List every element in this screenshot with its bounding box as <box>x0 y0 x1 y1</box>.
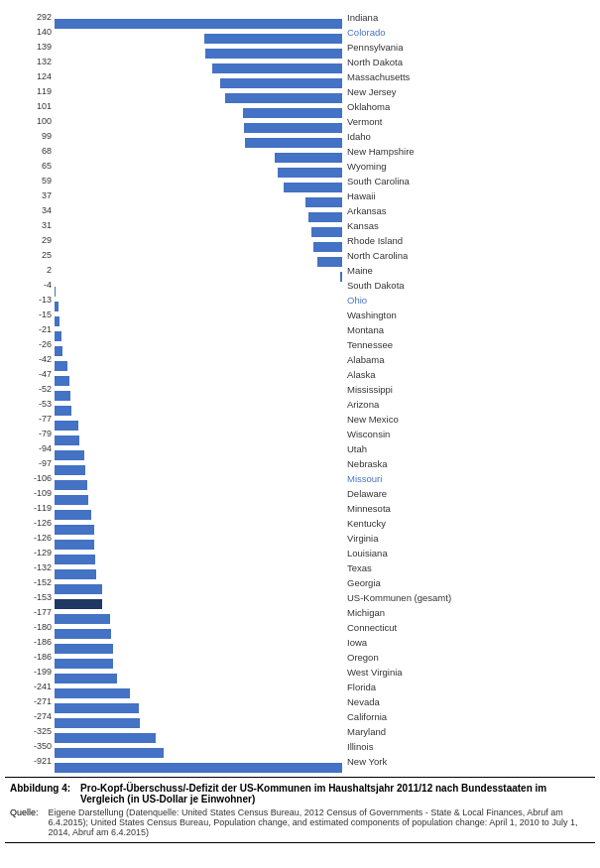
bar-value-label: 65 <box>5 161 55 171</box>
chart-area: 292Indiana140Colorado139Pennsylvania132N… <box>5 10 595 769</box>
state-label: Florida <box>342 682 376 692</box>
state-label: Maine <box>342 265 373 276</box>
table-row: -13Ohio <box>5 293 595 307</box>
bar-value-label: -153 <box>5 592 55 602</box>
state-label: Indiana <box>342 12 378 23</box>
state-label: Arkansas <box>342 205 387 216</box>
table-row: -350Illinois <box>5 739 595 753</box>
bar-value-label: 100 <box>5 116 55 126</box>
table-row: 139Pennsylvania <box>5 40 595 54</box>
table-row: -21Montana <box>5 322 595 336</box>
bar-value-label: -13 <box>5 295 55 305</box>
bar-value-label: -106 <box>5 473 55 483</box>
state-label: Alabama <box>342 354 385 365</box>
state-label: Colorado <box>342 27 386 38</box>
state-label: Illinois <box>342 741 373 752</box>
table-row: -26Tennessee <box>5 337 595 351</box>
state-label: Delaware <box>342 488 387 499</box>
table-row: 34Arkansas <box>5 203 595 217</box>
figure-description: Pro-Kopf-Überschuss/-Defizit der US-Komm… <box>80 783 590 805</box>
state-label: New Mexico <box>342 414 399 425</box>
bar-value-label: 34 <box>5 205 55 215</box>
state-label: Wyoming <box>342 161 387 172</box>
table-row: 101Oklahoma <box>5 99 595 113</box>
state-label: Oregon <box>342 652 379 663</box>
bar-value-label: 2 <box>5 265 55 275</box>
bar-value-label: 29 <box>5 235 55 245</box>
table-row: 25North Carolina <box>5 248 595 262</box>
table-row: 37Hawaii <box>5 188 595 202</box>
table-row: -15Washington <box>5 308 595 321</box>
state-label: California <box>342 711 387 722</box>
bar-value-label: -186 <box>5 652 55 662</box>
table-row: -186Oregon <box>5 650 595 664</box>
table-row: -97Nebraska <box>5 456 595 470</box>
bar-value-label: -177 <box>5 607 55 617</box>
table-row: -325Maryland <box>5 724 595 738</box>
bar-value-label: -47 <box>5 369 55 379</box>
state-label: Mississippi <box>342 384 393 395</box>
bar-value-label: -26 <box>5 339 55 349</box>
table-row: -153US-Kommunen (gesamt) <box>5 590 595 604</box>
figure-label: Abbildung 4: <box>10 783 70 805</box>
state-label: Missouri <box>342 473 382 484</box>
bar-value-label: 101 <box>5 101 55 111</box>
state-label: Pennsylvania <box>342 42 404 53</box>
bar-value-label: -126 <box>5 518 55 528</box>
bar-value-label: 31 <box>5 220 55 230</box>
state-label: Virginia <box>342 533 379 544</box>
state-label: Idaho <box>342 131 371 142</box>
bar-value-label: -97 <box>5 458 55 468</box>
bar-value-label: -109 <box>5 488 55 498</box>
bar-value-label: -241 <box>5 682 55 691</box>
table-row: -177Michigan <box>5 605 595 619</box>
table-row: -53Arizona <box>5 397 595 411</box>
caption-box: Abbildung 4: Pro-Kopf-Überschuss/-Defizi… <box>5 777 595 843</box>
table-row: -126Kentucky <box>5 516 595 530</box>
bar-value-label: -4 <box>5 280 55 290</box>
state-label: Hawaii <box>342 190 376 201</box>
bar-value-label: -77 <box>5 414 55 424</box>
state-label: Utah <box>342 443 367 454</box>
table-row: 119New Jersey <box>5 84 595 98</box>
table-row: 100Vermont <box>5 114 595 128</box>
table-row: -42Alabama <box>5 352 595 366</box>
table-row: 29Rhode Island <box>5 233 595 247</box>
state-label: Wisconsin <box>342 429 390 439</box>
state-label: Vermont <box>342 116 382 127</box>
state-label: New Jersey <box>342 86 397 97</box>
table-row: -129Louisiana <box>5 546 595 559</box>
state-label: North Dakota <box>342 57 403 67</box>
table-row: -241Florida <box>5 680 595 693</box>
table-row: -94Utah <box>5 441 595 455</box>
state-label: Washington <box>342 310 397 320</box>
state-label: Kentucky <box>342 518 386 529</box>
state-label: North Carolina <box>342 250 408 261</box>
bar-value-label: 292 <box>5 12 55 22</box>
state-label: US-Kommunen (gesamt) <box>342 592 451 603</box>
bar-value-label: 132 <box>5 57 55 66</box>
bar-value-label: -42 <box>5 354 55 364</box>
state-label: Texas <box>342 562 372 573</box>
bar-value-label: -129 <box>5 548 55 558</box>
table-row: 2Maine <box>5 263 595 277</box>
state-label: Iowa <box>342 637 367 648</box>
source-label: Quelle: <box>10 807 39 837</box>
table-row: -77New Mexico <box>5 412 595 426</box>
table-row: 140Colorado <box>5 25 595 39</box>
bar-value-label: -921 <box>5 756 55 766</box>
bar-value-label: 124 <box>5 71 55 81</box>
table-row: 99Idaho <box>5 129 595 143</box>
state-label: Michigan <box>342 607 385 618</box>
state-label: Massachusetts <box>342 71 410 82</box>
bar-value-label: -119 <box>5 503 55 513</box>
table-row: 31Kansas <box>5 218 595 232</box>
table-row: 59South Carolina <box>5 174 595 187</box>
state-label: Ohio <box>342 295 367 306</box>
table-row: -79Wisconsin <box>5 427 595 440</box>
bar-value-label: -52 <box>5 384 55 394</box>
table-row: -47Alaska <box>5 367 595 381</box>
table-row: -271Nevada <box>5 694 595 708</box>
table-row: -4South Dakota <box>5 278 595 292</box>
table-row: -126Virginia <box>5 531 595 545</box>
